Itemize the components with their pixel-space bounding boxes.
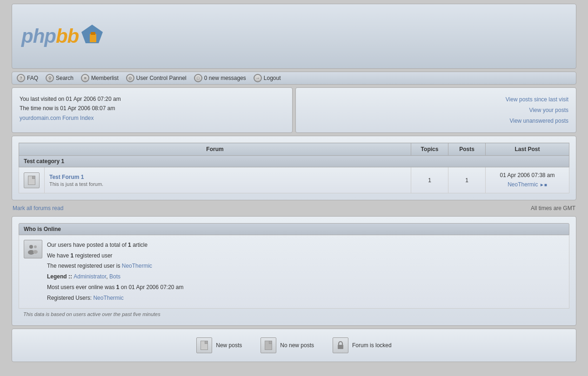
total-posts-line: Our users have posted a total of 1 artic… [47,240,184,251]
bots-link[interactable]: Bots [109,273,120,280]
legend-label: Legend :: [47,273,74,280]
logout-icon: → [254,74,262,82]
admin-link[interactable]: Administrator [74,273,106,280]
forum-locked-label: Forum is locked [352,342,392,349]
forum-last-post-cell: 01 Apr 2006 07:38 am NeoThermic ►■ [486,167,569,193]
forum-icon-cell [19,167,45,193]
who-online-header: Who is Online [19,223,569,235]
last-post-date: 01 Apr 2006 07:38 am [500,172,555,178]
nav-faq[interactable]: ? FAQ [17,74,38,82]
footer-legend-section: New posts No new posts Forum is locked [12,329,576,362]
most-online-suffix: on 01 Apr 2006 07:20 am [119,284,183,290]
time-now-text: The time now is 01 Apr 2006 08:07 am [20,104,285,113]
category-name: Test category 1 [19,156,569,167]
forum-posts-count: 1 [448,167,486,193]
logo-bb: bb [56,25,79,47]
nav-faq-label: FAQ [27,75,38,81]
stats-total-suffix: article [131,242,147,248]
legend-line: Legend :: Administrator, Bots [47,271,184,282]
nav-usercp[interactable]: ⊙ User Control Pannel [126,74,187,82]
nav-search-label: Search [56,75,74,81]
forum-table: Forum Topics Posts Last Post Test catego… [19,143,569,193]
stats-total-prefix: Our users have posted a total of [47,242,128,248]
who-online-section: Who is Online Our users have posted a to… [12,216,576,326]
view-your-posts-link[interactable]: View your posts [303,105,568,116]
nav-bar: ? FAQ ⚲ Search ≡ Memberlist ⊙ User Contr… [12,72,576,85]
registered-user-link[interactable]: NeoThermic [93,295,123,301]
no-new-posts-icon-box [261,337,276,353]
svg-point-3 [29,245,33,249]
svg-rect-7 [338,345,343,349]
most-online-prefix: Most users ever online was [47,284,116,290]
registered-prefix: We have [47,252,70,259]
most-online-line: Most users ever online was 1 on 01 Apr 2… [47,282,184,293]
times-gmt-text: All times are GMT [531,205,575,211]
nav-usercp-label: User Control Pannel [136,75,187,81]
new-posts-doc-icon [200,341,208,350]
usercp-icon: ⊙ [126,74,134,82]
svg-point-5 [34,245,37,248]
nav-logout[interactable]: → Logout [254,74,281,82]
new-posts-icon-box [196,337,212,353]
nav-messages-label: 0 new messages [204,75,246,81]
forum-name-cell: Test Forum 1 This is just a test forum. [45,167,411,193]
who-online-body: Our users have posted a total of 1 artic… [19,235,569,309]
col-topics: Topics [411,143,448,156]
info-left-panel: You last visited on 01 Apr 2006 07:20 am… [12,87,293,133]
total-count: 1 [128,242,131,248]
memberlist-icon: ≡ [81,74,89,82]
info-right-panel: View posts since last visit View your po… [295,87,576,133]
svg-rect-2 [91,32,95,35]
newest-user-link[interactable]: NeoThermic [122,263,152,269]
registered-suffix: registered user [74,252,112,259]
newest-user-line: The newest registered user is NeoThermic [47,261,184,271]
newest-user-prefix: The newest registered user is [47,263,122,269]
svg-point-6 [33,250,38,254]
nav-memberlist[interactable]: ≡ Memberlist [81,74,119,82]
data-note: This data is based on users active over … [19,309,569,319]
forum-status-icon [24,172,40,188]
forum-index-link[interactable]: yourdomain.com Forum Index [20,115,94,121]
search-icon: ⚲ [46,74,54,82]
last-visited-text: You last visited on 01 Apr 2006 07:20 am [20,94,285,104]
nav-search[interactable]: ⚲ Search [46,74,74,82]
online-text-block: Our users have posted a total of 1 artic… [47,240,184,303]
faq-icon: ? [17,74,25,82]
col-forum: Forum [19,143,411,156]
logo-icon [80,24,104,46]
online-users-icon [24,240,42,258]
nav-memberlist-label: Memberlist [91,75,119,81]
logo-text: phpbb [21,25,79,47]
forum-section: Forum Topics Posts Last Post Test catego… [12,136,576,200]
lock-icon [336,341,345,350]
messages-icon: □ [194,74,202,82]
forum-locked-icon-box [333,337,348,353]
header-section: phpbb [12,4,576,69]
online-icon-cell [24,240,42,258]
col-lastpost: Last Post [486,143,569,156]
forum-topics-count: 1 [411,167,448,193]
mark-all-read-link[interactable]: Mark all forums read [13,205,63,211]
info-row: You last visited on 01 Apr 2006 07:20 am… [12,87,576,133]
forum-name-link[interactable]: Test Forum 1 [49,174,84,180]
new-posts-label: New posts [216,342,242,349]
category-row: Test category 1 [19,156,569,167]
view-posts-since-link[interactable]: View posts since last visit [303,94,568,105]
legend-new-posts: New posts [196,337,242,353]
forum-description: This is just a test forum. [49,181,406,187]
logo: phpbb [21,25,104,47]
users-silhouette-icon [27,243,39,255]
no-new-posts-doc-icon [265,341,272,350]
registered-users-line: We have 1 registered user [47,251,184,261]
svg-rect-1 [90,34,96,42]
document-icon [28,176,35,185]
legend-no-new-posts: No new posts [261,337,314,353]
no-new-posts-label: No new posts [280,342,314,349]
col-posts: Posts [448,143,486,156]
nav-messages[interactable]: □ 0 new messages [194,74,246,82]
registered-users-label: Registered Users: [47,295,93,301]
view-unanswered-link[interactable]: View unanswered posts [303,116,568,126]
registered-users-named-line: Registered Users: NeoThermic [47,293,184,303]
last-post-user-link[interactable]: NeoThermic [508,181,538,188]
mark-row: Mark all forums read All times are GMT [12,203,576,213]
